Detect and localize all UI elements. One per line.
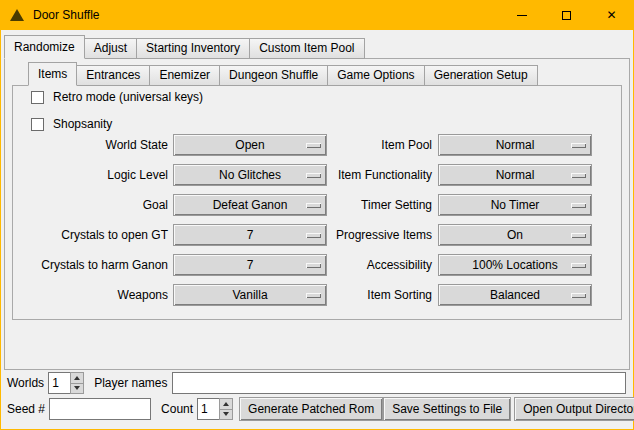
item-sorting-dropdown[interactable]: Balanced	[438, 284, 592, 306]
window-title: Door Shuffle	[33, 8, 100, 22]
weapons-label: Weapons	[21, 284, 168, 306]
tab-generation-setup[interactable]: Generation Setup	[424, 65, 538, 86]
goal-label: Goal	[21, 194, 168, 216]
tab-enemizer[interactable]: Enemizer	[149, 65, 220, 86]
item-pool-label: Item Pool	[285, 134, 432, 156]
tab-items[interactable]: Items	[28, 62, 77, 86]
seed-input[interactable]	[49, 398, 151, 420]
tab-adjust[interactable]: Adjust	[84, 38, 137, 59]
goal-value: Defeat Ganon	[213, 198, 288, 212]
maximize-button[interactable]	[544, 0, 589, 30]
dropdown-indicator-icon	[571, 293, 586, 298]
outer-tab-bar: Randomize Adjust Starting Inventory Cust…	[4, 35, 365, 59]
shopsanity-label: Shopsanity	[53, 117, 112, 131]
count-label: Count	[161, 402, 193, 416]
close-icon: ✕	[606, 9, 616, 21]
worlds-spinner	[48, 372, 84, 394]
dropdown-indicator-icon	[571, 203, 586, 208]
count-spin-buttons	[219, 398, 233, 420]
option-row: Weapons Vanilla Item Sorting Balanced	[1, 284, 633, 306]
accessibility-value: 100% Locations	[472, 258, 557, 272]
app-window: Door Shuffle ✕ Randomize Adjust Starting…	[0, 0, 634, 430]
dropdown-indicator-icon	[571, 233, 586, 238]
player-names-label: Player names	[94, 376, 167, 390]
dropdown-indicator-icon	[571, 263, 586, 268]
item-sorting-value: Balanced	[490, 288, 540, 302]
logic-level-value: No Glitches	[219, 168, 281, 182]
minimize-button[interactable]	[499, 0, 544, 30]
option-row: Logic Level No Glitches Item Functionali…	[1, 164, 633, 186]
count-increment-button[interactable]	[219, 398, 233, 410]
down-arrow-icon	[223, 412, 229, 416]
timer-setting-dropdown[interactable]: No Timer	[438, 194, 592, 216]
dropdown-indicator-icon	[571, 173, 586, 178]
client-area: Randomize Adjust Starting Inventory Cust…	[1, 30, 633, 429]
down-arrow-icon	[74, 386, 80, 390]
tab-starting-inventory[interactable]: Starting Inventory	[136, 38, 250, 59]
option-row: Goal Defeat Ganon Timer Setting No Timer	[1, 194, 633, 216]
seed-row: Seed # Count Generate Patched Rom Save S…	[1, 397, 633, 421]
count-input[interactable]	[197, 398, 219, 420]
progressive-items-label: Progressive Items	[285, 224, 432, 246]
close-button[interactable]: ✕	[589, 0, 634, 30]
option-row: Crystals to open GT 7 Progressive Items …	[1, 224, 633, 246]
app-icon[interactable]	[10, 9, 24, 21]
tab-entrances[interactable]: Entrances	[76, 65, 150, 86]
checkbox-icon	[31, 118, 44, 131]
logic-level-label: Logic Level	[21, 164, 168, 186]
minimize-icon	[517, 15, 527, 16]
tab-randomize[interactable]: Randomize	[4, 35, 85, 59]
item-functionality-value: Normal	[496, 168, 535, 182]
seed-label: Seed #	[7, 402, 45, 416]
accessibility-dropdown[interactable]: 100% Locations	[438, 254, 592, 276]
world-state-label: World State	[21, 134, 168, 156]
accessibility-label: Accessibility	[285, 254, 432, 276]
tab-dungeon-shuffle[interactable]: Dungeon Shuffle	[219, 65, 328, 86]
retro-mode-checkbox[interactable]: Retro mode (universal keys)	[31, 90, 203, 104]
count-spinner	[197, 398, 233, 420]
count-decrement-button[interactable]	[219, 410, 233, 421]
player-names-input[interactable]	[172, 372, 627, 394]
world-state-value: Open	[235, 138, 264, 152]
crystals-harm-ganon-label: Crystals to harm Ganon	[21, 254, 168, 276]
tab-custom-item-pool[interactable]: Custom Item Pool	[249, 38, 364, 59]
item-sorting-label: Item Sorting	[285, 284, 432, 306]
item-pool-value: Normal	[496, 138, 535, 152]
checkbox-icon	[31, 91, 44, 104]
worlds-row: Worlds Player names	[1, 371, 633, 395]
save-settings-button[interactable]: Save Settings to File	[383, 397, 511, 421]
worlds-spin-buttons	[70, 372, 84, 394]
timer-setting-value: No Timer	[491, 198, 540, 212]
worlds-input[interactable]	[48, 372, 70, 394]
timer-setting-label: Timer Setting	[285, 194, 432, 216]
inner-tab-bar: Items Entrances Enemizer Dungeon Shuffle…	[28, 62, 538, 86]
crystals-open-gt-value: 7	[247, 228, 254, 242]
item-functionality-dropdown[interactable]: Normal	[438, 164, 592, 186]
item-pool-dropdown[interactable]: Normal	[438, 134, 592, 156]
option-row: World State Open Item Pool Normal	[1, 134, 633, 156]
progressive-items-value: On	[507, 228, 523, 242]
progressive-items-dropdown[interactable]: On	[438, 224, 592, 246]
dropdown-indicator-icon	[571, 143, 586, 148]
worlds-decrement-button[interactable]	[70, 384, 84, 395]
up-arrow-icon	[223, 402, 229, 406]
titlebar: Door Shuffle ✕	[0, 0, 634, 30]
worlds-increment-button[interactable]	[70, 372, 84, 384]
up-arrow-icon	[74, 376, 80, 380]
window-controls: ✕	[499, 0, 634, 30]
open-output-directory-button[interactable]: Open Output Directory	[514, 397, 634, 421]
weapons-value: Vanilla	[232, 288, 267, 302]
item-functionality-label: Item Functionality	[285, 164, 432, 186]
crystals-open-gt-label: Crystals to open GT	[21, 224, 168, 246]
retro-mode-label: Retro mode (universal keys)	[53, 90, 203, 104]
shopsanity-checkbox[interactable]: Shopsanity	[31, 117, 112, 131]
maximize-icon	[562, 11, 571, 20]
crystals-harm-ganon-value: 7	[247, 258, 254, 272]
worlds-label: Worlds	[7, 376, 44, 390]
generate-patched-rom-button[interactable]: Generate Patched Rom	[239, 397, 383, 421]
tab-game-options[interactable]: Game Options	[327, 65, 424, 86]
option-row: Crystals to harm Ganon 7 Accessibility 1…	[1, 254, 633, 276]
